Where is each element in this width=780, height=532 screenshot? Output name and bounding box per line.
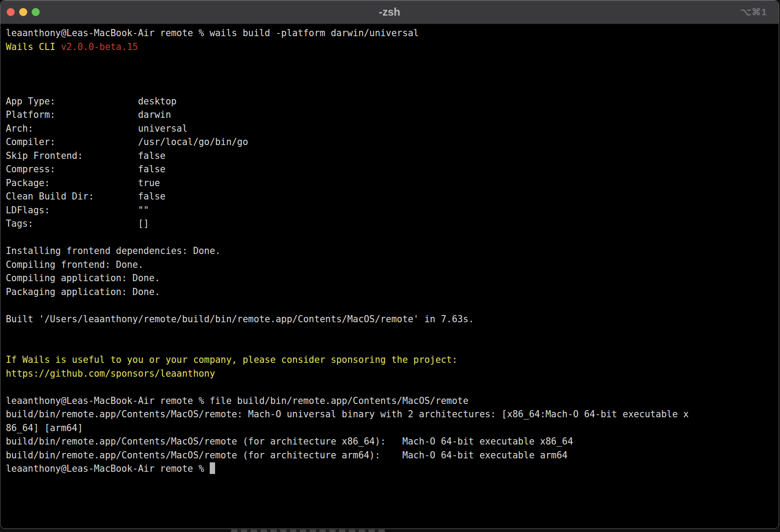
terminal-line: Compress: false	[6, 162, 689, 176]
terminal-text-segment: Installing frontend dependencies: Done.	[6, 245, 220, 256]
terminal-cursor	[210, 462, 215, 474]
terminal-line: Arch: universal	[6, 122, 689, 136]
terminal-line	[6, 81, 689, 95]
terminal-text-segment: Built '/Users/leaanthony/remote/build/bi…	[6, 314, 474, 324]
terminal-line	[6, 67, 689, 81]
terminal-line: Compiling application: Done.	[6, 271, 689, 285]
terminal-text-segment: v2.0.0-beta.15	[61, 42, 138, 52]
title-bar[interactable]: -zsh ⌥⌘1	[0, 0, 779, 24]
terminal-text-segment: leaanthony@Leas-MacBook-Air remote %	[6, 463, 210, 474]
terminal-line: Package: true	[6, 176, 689, 190]
terminal-line: Platform: darwin	[6, 108, 689, 122]
terminal-text-segment: App Type: desktop	[6, 96, 177, 107]
terminal-text-segment: leaanthony@Leas-MacBook-Air remote % fil…	[6, 395, 469, 406]
terminal-text-segment: LDFlags: ""	[6, 205, 149, 216]
terminal-line: build/bin/remote.app/Contents/MacOS/remo…	[6, 407, 689, 435]
window-shortcut-badge: ⌥⌘1	[740, 0, 767, 24]
terminal-text-segment: Compress: false	[6, 164, 166, 175]
terminal-text-segment: Packaging application: Done.	[6, 287, 160, 297]
terminal-line: Packaging application: Done.	[6, 285, 689, 299]
terminal-text-segment: Arch: universal	[6, 123, 187, 134]
terminal-line: Compiler: /usr/local/go/bin/go	[6, 135, 689, 149]
terminal-line	[6, 299, 689, 312]
terminal-line	[6, 340, 689, 353]
terminal-text-segment: Skip Frontend: false	[6, 150, 166, 161]
terminal-line: build/bin/remote.app/Contents/MacOS/remo…	[6, 435, 689, 449]
terminal-text-segment: build/bin/remote.app/Contents/MacOS/remo…	[6, 409, 689, 433]
terminal-line: Compiling frontend: Done.	[6, 258, 689, 272]
terminal-line	[6, 380, 689, 394]
terminal-line	[6, 231, 689, 245]
terminal-text-segment: Compiling frontend: Done.	[6, 259, 144, 270]
terminal-text-segment: https://github.com/sponsors/leaanthony	[6, 368, 215, 379]
terminal-text-segment: Package: true	[6, 178, 160, 188]
terminal-text-segment: Compiler: /usr/local/go/bin/go	[6, 137, 248, 147]
terminal-line: Tags: []	[6, 217, 689, 231]
terminal-content[interactable]: leaanthony@Leas-MacBook-Air remote % wai…	[0, 24, 779, 476]
terminal-text-segment: Clean Build Dir: false	[6, 191, 166, 202]
terminal-line: leaanthony@Leas-MacBook-Air remote % wai…	[6, 26, 689, 40]
window-title: -zsh	[0, 0, 779, 24]
terminal-text-segment: Wails CLI	[6, 42, 61, 52]
terminal-text-segment: Platform: darwin	[6, 109, 171, 120]
terminal-text-segment: build/bin/remote.app/Contents/MacOS/remo…	[6, 450, 568, 461]
close-button[interactable]	[7, 8, 15, 16]
zoom-button[interactable]	[32, 8, 40, 16]
terminal-line: Skip Frontend: false	[6, 149, 689, 163]
terminal-line: Installing frontend dependencies: Done.	[6, 244, 689, 258]
terminal-line: Built '/Users/leaanthony/remote/build/bi…	[6, 312, 689, 326]
terminal-text-segment: Compiling application: Done.	[6, 273, 160, 283]
traffic-lights	[7, 8, 40, 16]
terminal-line: https://github.com/sponsors/leaanthony	[6, 367, 689, 381]
terminal-line: build/bin/remote.app/Contents/MacOS/remo…	[6, 449, 689, 462]
terminal-text-segment: build/bin/remote.app/Contents/MacOS/remo…	[6, 436, 573, 447]
terminal-window: -zsh ⌥⌘1 leaanthony@Leas-MacBook-Air rem…	[0, 0, 779, 529]
terminal-line: Wails CLI v2.0.0-beta.15	[6, 40, 689, 54]
terminal-line: If Wails is useful to you or your compan…	[6, 353, 689, 367]
minimize-button[interactable]	[19, 8, 27, 16]
terminal-line: leaanthony@Leas-MacBook-Air remote %	[6, 462, 689, 476]
terminal-line: leaanthony@Leas-MacBook-Air remote % fil…	[6, 394, 689, 408]
terminal-line	[6, 54, 689, 67]
terminal-text-segment: Tags: []	[6, 218, 149, 229]
terminal-line: Clean Build Dir: false	[6, 190, 689, 204]
terminal-line: LDFlags: ""	[6, 204, 689, 217]
terminal-text-segment: If Wails is useful to you or your compan…	[6, 354, 457, 365]
terminal-line	[6, 326, 689, 340]
background-window-text-sliver	[231, 529, 385, 532]
terminal-line: App Type: desktop	[6, 95, 689, 108]
terminal-output: leaanthony@Leas-MacBook-Air remote % wai…	[6, 26, 689, 476]
background-window-edge	[0, 529, 780, 532]
terminal-text-segment: leaanthony@Leas-MacBook-Air remote % wai…	[6, 28, 419, 38]
